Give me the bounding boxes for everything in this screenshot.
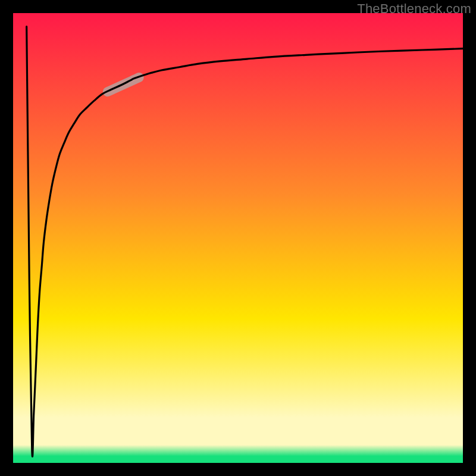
chart-stage: TheBottleneck.com [0,0,476,476]
plot-background [13,13,463,463]
watermark-text: TheBottleneck.com [357,1,471,17]
chart-svg [0,0,476,476]
